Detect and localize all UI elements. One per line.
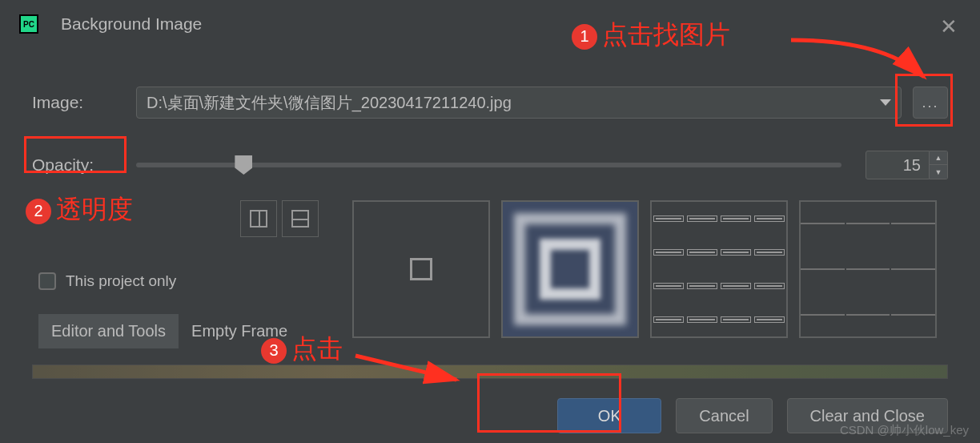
image-row: Image: D:\桌面\新建文件夹\微信图片_20230417211240.j… <box>0 80 980 125</box>
tab-empty-frame[interactable]: Empty Frame <box>179 314 300 348</box>
image-label: Image: <box>32 93 136 112</box>
image-path-combo[interactable]: D:\桌面\新建文件夹\微信图片_20230417211240.jpg <box>136 87 902 119</box>
fill-mode-previews <box>352 200 937 338</box>
slider-track[interactable] <box>136 163 841 167</box>
anchor-grid[interactable] <box>799 200 937 338</box>
stepper-up-icon[interactable]: ▲ <box>930 151 947 165</box>
opacity-row: Opacity: ▲ ▼ <box>0 144 980 186</box>
ok-button[interactable]: OK <box>557 398 661 433</box>
project-only-row[interactable]: This project only <box>38 272 352 290</box>
opacity-slider[interactable] <box>136 163 841 167</box>
stepper-down-icon[interactable]: ▼ <box>930 165 947 179</box>
image-preview-strip <box>32 364 948 379</box>
flip-horizontal-button[interactable] <box>240 200 277 237</box>
flip-vertical-button[interactable] <box>282 200 319 237</box>
tabs: Editor and Tools Empty Frame <box>38 314 352 348</box>
square-icon <box>410 258 432 280</box>
left-options: This project only Editor and Tools Empty… <box>32 200 352 348</box>
dialog-buttons: OK Cancel Clear and Close <box>0 379 980 433</box>
fill-mode-plain[interactable] <box>352 200 490 338</box>
chevron-down-icon[interactable] <box>880 99 891 106</box>
anchor-center[interactable] <box>846 268 890 270</box>
project-only-checkbox[interactable] <box>38 272 56 290</box>
project-only-label: This project only <box>66 272 176 290</box>
flip-vertical-icon <box>291 210 309 228</box>
window-title: Background Image <box>61 14 202 34</box>
opacity-input[interactable] <box>866 151 930 179</box>
browse-button[interactable]: ... <box>913 87 948 119</box>
cancel-button[interactable]: Cancel <box>676 398 772 433</box>
app-icon: PC <box>19 14 38 34</box>
fill-mode-tile[interactable] <box>650 200 788 338</box>
opacity-stepper[interactable]: ▲ ▼ <box>930 151 948 179</box>
options-row: This project only Editor and Tools Empty… <box>0 192 980 356</box>
flip-horizontal-icon <box>250 210 267 228</box>
close-icon[interactable]: ✕ <box>940 14 958 39</box>
image-path-value: D:\桌面\新建文件夹\微信图片_20230417211240.jpg <box>147 92 512 114</box>
slider-thumb[interactable] <box>235 155 252 175</box>
opacity-label: Opacity: <box>32 155 136 175</box>
title-bar: PC Background Image ✕ <box>0 0 980 48</box>
fill-mode-scale[interactable] <box>501 200 639 338</box>
tab-editor-tools[interactable]: Editor and Tools <box>38 314 179 348</box>
flip-buttons <box>240 200 352 237</box>
watermark: CSDN @帅小伙low_key <box>840 423 969 438</box>
